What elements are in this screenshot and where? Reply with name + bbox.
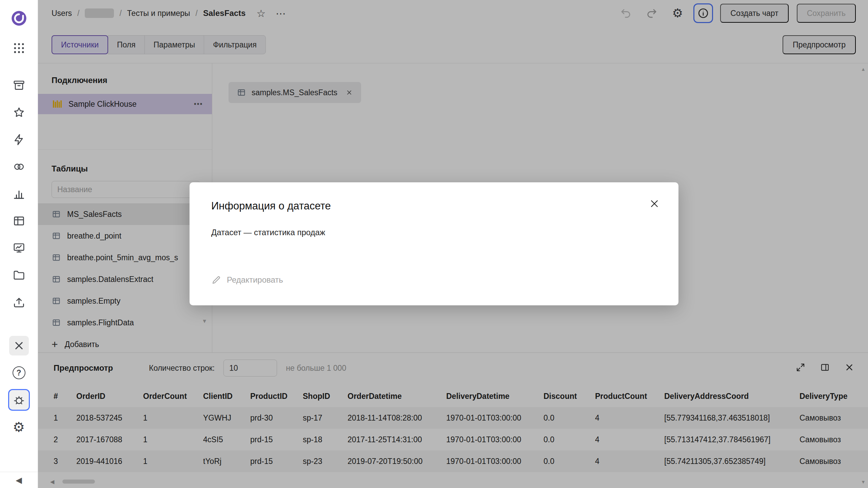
collections-box-icon[interactable] xyxy=(9,76,29,95)
settings-gear-icon[interactable]: ⚙ xyxy=(9,417,29,437)
shortcuts-zap-icon[interactable] xyxy=(9,130,29,149)
datalens-dataset-editor: ? ⚙ ◀ Users / / Тесты и примеры / SalesF… xyxy=(0,0,868,488)
collapse-arrow-icon: ◀ xyxy=(16,475,22,485)
help-icon[interactable]: ? xyxy=(9,363,29,383)
dataset-info-modal: Информация о датасете Датасет — статисти… xyxy=(190,182,678,305)
upload-icon[interactable] xyxy=(9,292,29,312)
datalens-logo[interactable] xyxy=(9,9,28,28)
folder-icon[interactable] xyxy=(9,265,29,285)
apps-grid-icon[interactable] xyxy=(9,38,29,58)
left-rail: ? ⚙ ◀ xyxy=(0,0,38,488)
table-grid-icon[interactable] xyxy=(9,211,29,231)
collapse-rail-button[interactable]: ◀ xyxy=(0,472,38,488)
favorites-star-icon[interactable] xyxy=(9,103,29,122)
debug-bug-icon[interactable] xyxy=(9,390,29,410)
bar-chart-icon[interactable] xyxy=(9,184,29,204)
monitor-icon[interactable] xyxy=(9,238,29,258)
rings-icon[interactable] xyxy=(9,157,29,177)
dataset-description: Датасет — статистика продаж xyxy=(211,228,657,237)
pencil-icon xyxy=(211,275,221,285)
modal-title: Информация о датасете xyxy=(211,200,657,212)
close-icon[interactable] xyxy=(9,336,29,355)
modal-close-icon[interactable] xyxy=(649,199,659,209)
edit-description-button[interactable]: Редактировать xyxy=(211,275,283,285)
